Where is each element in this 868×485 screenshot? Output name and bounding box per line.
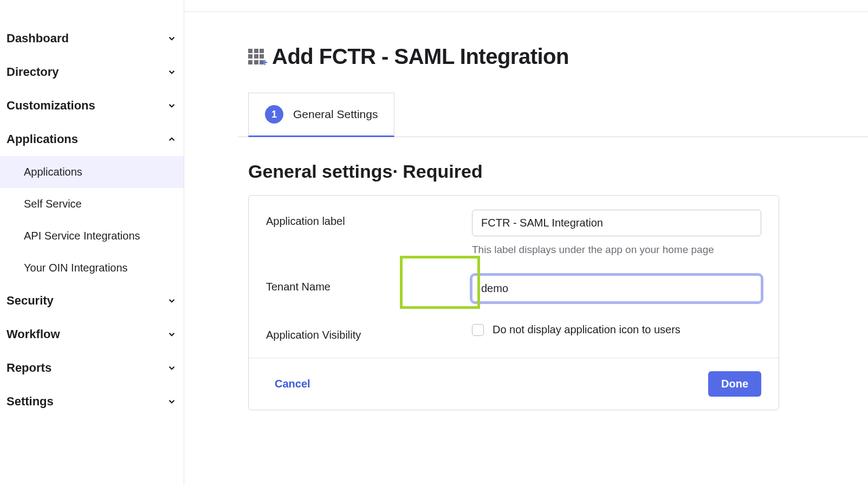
chevron-down-icon bbox=[166, 295, 177, 306]
step-number-badge: 1 bbox=[265, 105, 283, 124]
sidebar-sub-your-oin-integrations[interactable]: Your OIN Integrations bbox=[0, 252, 184, 284]
sidebar-item-label: Applications bbox=[7, 132, 78, 146]
sidebar-item-label: Workflow bbox=[7, 327, 60, 341]
chevron-down-icon bbox=[166, 100, 177, 111]
page-root: Dashboard Directory Customizations Appli… bbox=[0, 0, 868, 485]
chevron-down-icon bbox=[166, 67, 177, 77]
main-content: + Add FCTR - SAML Integration 1 General … bbox=[184, 0, 868, 485]
tenant-name-input[interactable] bbox=[472, 275, 761, 302]
chevron-down-icon bbox=[166, 396, 177, 407]
checkbox-label: Do not display application icon to users bbox=[493, 324, 681, 336]
sidebar-item-label: Security bbox=[7, 294, 54, 308]
sidebar-item-label: Directory bbox=[7, 65, 59, 79]
chevron-up-icon bbox=[166, 134, 177, 145]
form-row-tenant-name: Tenant Name bbox=[249, 264, 779, 318]
form-footer: Cancel Done bbox=[249, 358, 779, 410]
sidebar-item-label: Your OIN Integrations bbox=[24, 262, 128, 274]
done-button[interactable]: Done bbox=[708, 371, 761, 397]
sidebar-sub-applications[interactable]: Applications bbox=[0, 156, 184, 188]
sidebar-item-label: Applications bbox=[24, 166, 82, 178]
help-text: This label displays under the app on you… bbox=[472, 244, 761, 256]
visibility-checkbox[interactable] bbox=[472, 324, 484, 336]
form-row-app-label: Application label This label displays un… bbox=[249, 196, 779, 264]
page-title-row: + Add FCTR - SAML Integration bbox=[238, 44, 868, 69]
application-label-input[interactable] bbox=[472, 210, 761, 236]
field-label: Application Visibility bbox=[266, 324, 472, 341]
form-row-visibility: Application Visibility Do not display ap… bbox=[249, 318, 779, 358]
field-label: Tenant Name bbox=[266, 275, 472, 293]
sidebar-item-label: Self Service bbox=[24, 198, 82, 210]
cancel-button[interactable]: Cancel bbox=[275, 378, 310, 390]
sidebar-sub-api-service-integrations[interactable]: API Service Integrations bbox=[0, 220, 184, 252]
sidebar-item-dashboard[interactable]: Dashboard bbox=[0, 22, 184, 55]
tab-label: General Settings bbox=[293, 108, 378, 121]
chevron-down-icon bbox=[166, 363, 177, 373]
page-title: Add FCTR - SAML Integration bbox=[272, 44, 569, 69]
sidebar-item-workflow[interactable]: Workflow bbox=[0, 318, 184, 351]
chevron-down-icon bbox=[166, 33, 177, 44]
sidebar-item-label: Dashboard bbox=[7, 31, 69, 46]
sidebar: Dashboard Directory Customizations Appli… bbox=[0, 0, 184, 485]
sidebar-sub-self-service[interactable]: Self Service bbox=[0, 188, 184, 220]
sidebar-item-security[interactable]: Security bbox=[0, 284, 184, 318]
sidebar-item-label: Reports bbox=[7, 361, 51, 375]
sidebar-item-label: Settings bbox=[7, 395, 54, 409]
sidebar-item-label: Customizations bbox=[7, 99, 95, 113]
sidebar-item-reports[interactable]: Reports bbox=[0, 351, 184, 385]
add-app-icon: + bbox=[248, 49, 264, 65]
field-label: Application label bbox=[266, 210, 472, 228]
sidebar-item-customizations[interactable]: Customizations bbox=[0, 89, 184, 122]
sidebar-item-settings[interactable]: Settings bbox=[0, 385, 184, 418]
section-heading: General settings· Required bbox=[238, 137, 868, 195]
chevron-down-icon bbox=[166, 329, 177, 340]
tabs: 1 General Settings bbox=[238, 93, 868, 137]
sidebar-item-label: API Service Integrations bbox=[24, 230, 140, 242]
sidebar-item-applications[interactable]: Applications bbox=[0, 122, 184, 156]
form-card: Application label This label displays un… bbox=[248, 195, 779, 410]
sidebar-item-directory[interactable]: Directory bbox=[0, 55, 184, 89]
tab-general-settings[interactable]: 1 General Settings bbox=[248, 93, 394, 137]
